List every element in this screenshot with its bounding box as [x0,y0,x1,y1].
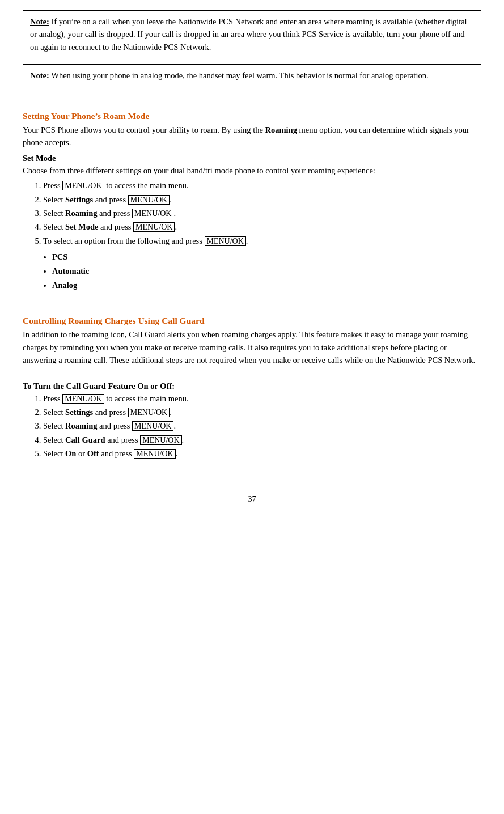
section1-step-1: Press MENU/OK to access the main menu. [43,179,481,192]
section1-step-3: Select Roaming and press MENU/OK. [43,207,481,220]
call-guard-subsection-label: To Turn the Call Guard Feature On or Off… [23,381,481,391]
section1-step-4: Select Set Mode and press MENU/OK. [43,221,481,234]
section2-intro: In addition to the roaming icon, Call Gu… [23,328,481,366]
section2-step-2: Select Settings and press MENU/OK. [43,406,481,419]
note-box-1: Note: If you’re on a call when you leave… [23,10,481,58]
note-text-1: If you’re on a call when you leave the N… [30,17,467,52]
kbd-menuok-3: MENU/OK [132,209,173,218]
kbd-menuok-s2-2: MENU/OK [128,408,170,417]
section2-steps: Press MENU/OK to access the main menu. S… [43,392,481,461]
section1-intro: Your PCS Phone allows you to control you… [23,124,481,149]
kbd-menuok-s2-3: MENU/OK [132,421,173,431]
section1-steps: Press MENU/OK to access the main menu. S… [43,179,481,248]
kbd-menuok-s2-1: MENU/OK [62,394,104,404]
section1-step-2: Select Settings and press MENU/OK. [43,193,481,206]
section1-title: Setting Your Phone’s Roam Mode [23,111,481,121]
note-text-2: When using your phone in analog mode, th… [49,71,429,80]
section2-step-3: Select Roaming and press MENU/OK. [43,419,481,433]
note-box-2: Note: When using your phone in analog mo… [23,64,481,87]
section1-bullets: PCS Automatic Analog [52,250,481,292]
set-mode-label: Set Mode [23,154,481,163]
kbd-menuok-s2-4: MENU/OK [140,435,181,445]
set-mode-text: Choose from three different settings on … [23,164,481,177]
kbd-menuok-5: MENU/OK [205,236,246,246]
bullet-automatic: Automatic [52,264,481,278]
section1-step-5: To select an option from the following a… [43,235,481,248]
section2-title: Controlling Roaming Charges Using Call G… [23,316,481,326]
page-number: 37 [23,495,481,504]
section2-step-5: Select On or Off and press MENU/OK. [43,447,481,460]
kbd-menuok-4: MENU/OK [133,222,175,232]
bullet-pcs: PCS [52,250,481,264]
kbd-menuok-1: MENU/OK [62,181,104,190]
note-label-1: Note: [30,17,49,26]
kbd-menuok-2: MENU/OK [128,195,170,205]
bullet-analog: Analog [52,278,481,292]
section2-step-4: Select Call Guard and press MENU/OK. [43,434,481,447]
section2-step-1: Press MENU/OK to access the main menu. [43,392,481,405]
kbd-menuok-s2-5: MENU/OK [134,449,175,459]
note-label-2: Note: [30,71,49,80]
